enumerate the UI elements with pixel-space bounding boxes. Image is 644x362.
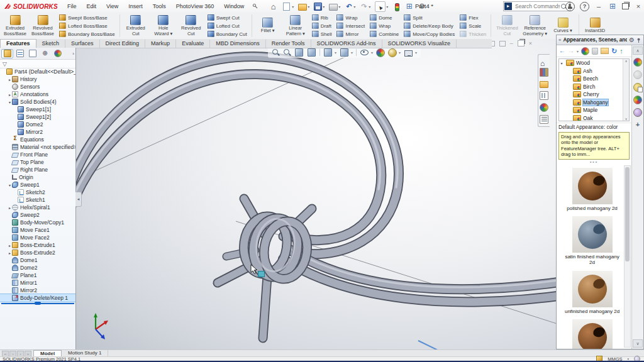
tree-item-move-face2[interactable]: Move Face2 (0, 234, 75, 241)
tree-item-sweep1[interactable]: ▾Sweep1 (0, 181, 75, 189)
search-input[interactable] (514, 3, 561, 10)
ribbon-lofted-boss-base[interactable]: Lofted Boss/Base (58, 22, 116, 30)
panel-collapse-handle[interactable]: ◂ (75, 192, 82, 207)
viewport-close-icon[interactable]: × (529, 40, 532, 47)
tree-item-origin[interactable]: Origin (0, 173, 75, 181)
home-button[interactable] (268, 2, 279, 11)
ribbon-reference-geometry[interactable]: ReferenceGeometry ▾ (521, 14, 549, 38)
tab-direct-editing[interactable]: Direct Editing (100, 40, 146, 48)
ribbon-delete-keep-body[interactable]: Delete/Keep Body (402, 22, 456, 30)
tab-solidworks-add-ins[interactable]: SOLIDWORKS Add-Ins (311, 40, 382, 48)
tree-item-mirror2[interactable]: Mirror2 (0, 128, 75, 136)
ribbon-hole-wizard[interactable]: HoleWizard ▾ (150, 14, 177, 38)
ribbon-flex[interactable]: Flex (458, 14, 487, 21)
wood-item-oak[interactable]: Oak (559, 114, 629, 122)
wood-item-maple[interactable]: Maple (559, 106, 629, 114)
menu-view[interactable]: View (102, 1, 123, 11)
tree-item-material-not-specified-[interactable]: Material <not specified> (0, 143, 75, 151)
tab-property-manager[interactable] (14, 49, 26, 58)
menu-edit[interactable]: Edit (82, 1, 101, 11)
task-pane-tab-design-library[interactable] (540, 68, 548, 77)
tree-item-history[interactable]: ▸History (0, 75, 75, 83)
tree-item-boss-extrude2[interactable]: ▸Boss-Extrude2 (0, 249, 75, 256)
rollback-bar[interactable] (1, 303, 74, 304)
refresh-icon[interactable]: ↻ (611, 47, 617, 55)
zoom-area-icon[interactable] (283, 48, 291, 57)
tree-item-solid-bodies-4-[interactable]: ▾Solid Bodies(4) (0, 98, 75, 106)
ribbon-instant3d[interactable]: Instant3D (581, 16, 609, 35)
ribbon-shell[interactable]: Shell (311, 30, 333, 38)
dropdown-caret-icon[interactable]: ▾ (308, 4, 309, 9)
grid-button[interactable] (404, 2, 414, 11)
strip-scroll-up-icon[interactable]: ∧ (633, 47, 643, 55)
tab-scroll-last-icon[interactable]: ›› (25, 351, 31, 357)
ribbon-fillet[interactable]: Fillet ▾ (254, 16, 282, 35)
menu-window[interactable]: Window (219, 1, 248, 11)
tree-item-sweep1-2-[interactable]: Sweep1[2] (0, 113, 75, 121)
menu-file[interactable]: File (63, 1, 81, 11)
ribbon-swept-boss-base[interactable]: Swept Boss/Base (58, 14, 116, 21)
tab-dimxpert-manager[interactable]: ⊕ (39, 49, 51, 58)
open-folder-icon[interactable] (601, 48, 609, 54)
dropdown-caret-icon[interactable]: ▾ (415, 50, 417, 55)
tree-item-mirror1[interactable]: Mirror1 (0, 279, 75, 287)
previous-view-icon[interactable] (295, 48, 303, 57)
tree-scrollbar[interactable]: ∧∨ (623, 59, 629, 121)
task-pane-tab-view-palette[interactable] (540, 91, 548, 100)
up-level-icon[interactable]: ↑ (619, 47, 623, 55)
appearance-thumb-unfinished-mahogany-2d[interactable]: unfinished mahogany 2d (564, 271, 621, 314)
wood-root-item[interactable]: ▾Wood (559, 59, 629, 67)
ribbon-revolved-cut[interactable]: RevolvedCut (177, 14, 205, 38)
view-settings-icon[interactable] (404, 50, 413, 57)
close-button[interactable]: × (634, 3, 643, 10)
tree-item-body-move-copy1[interactable]: Body-Move/Copy1 (0, 219, 75, 226)
tab-markup[interactable]: Markup (145, 40, 176, 48)
task-pane-tab-appearances[interactable] (540, 103, 548, 112)
ribbon-lofted-cut[interactable]: Lofted Cut (206, 22, 248, 30)
appearance-thumb-satin-finished-mahogany-2d[interactable]: satin finished mahogany 2d (564, 216, 621, 265)
tab-scroll-prev-icon[interactable]: ‹ (9, 351, 16, 357)
tab-display-manager[interactable] (52, 49, 64, 58)
display-style-icon[interactable] (340, 48, 348, 57)
ribbon-extruded-cut[interactable]: ExtrudedCut (122, 14, 150, 38)
ribbon-intersect[interactable]: Intersect (335, 22, 366, 30)
help-icon[interactable]: ? (580, 2, 589, 11)
dropdown-caret-icon[interactable]: ▾ (386, 4, 388, 9)
tree-expand-icon[interactable]: ▸ (8, 206, 12, 210)
tab-configuration-manager[interactable] (26, 49, 38, 58)
viewport-next-icon[interactable] (499, 41, 506, 47)
ribbon-scale[interactable]: Scale (458, 22, 487, 30)
tree-expand-icon[interactable]: ▸ (8, 92, 12, 97)
more-tabs-icon[interactable]: › (72, 51, 74, 57)
thumbnails-scrollbar[interactable] (624, 165, 631, 348)
feature-tree-filter[interactable]: ▽ (0, 60, 75, 69)
ribbon-boundary-cut[interactable]: Boundary Cut (206, 30, 248, 38)
restore-button[interactable] (622, 3, 629, 9)
tab-evaluate[interactable]: Evaluate (176, 40, 210, 48)
tree-item-helix-spiral1[interactable]: ▸Helix/Spiral1 (0, 204, 75, 211)
strip-scroll-down-icon[interactable]: ∨ (633, 339, 643, 348)
tree-item-mirror2[interactable]: Mirror2 (0, 287, 75, 294)
ribbon-wrap[interactable]: Wrap (369, 22, 400, 30)
wood-item-mahogany[interactable]: Mahogany (559, 99, 629, 107)
ribbon-move-copy-bodies[interactable]: Move/Copy Bodies (402, 30, 456, 38)
menu-tools[interactable]: Tools (148, 1, 170, 11)
tree-expand-icon[interactable]: ▸ (8, 251, 12, 255)
open-button[interactable]: ▾ (297, 1, 311, 11)
appearance-thumb-polished-mahogany-endgrain[interactable]: polished mahogany endgrain (564, 319, 621, 349)
tree-expand-icon[interactable]: ▸ (8, 243, 12, 248)
dropdown-caret-icon[interactable]: ▾ (351, 50, 353, 55)
menu-insert[interactable]: Insert (124, 1, 147, 11)
user-account-icon[interactable] (565, 2, 575, 11)
save-button[interactable]: ▾ (313, 2, 326, 11)
section-view-icon[interactable] (308, 48, 316, 57)
tree-item-sweep1-1-[interactable]: Sweep1[1] (0, 106, 75, 113)
tree-item-front-plane[interactable]: Front Plane (0, 151, 75, 158)
collapse-panel-icon[interactable]: « (558, 37, 561, 43)
copy-appearance-icon[interactable] (633, 83, 642, 92)
tab-solidworks-visualize[interactable]: SOLIDWORKS Visualize (382, 40, 457, 48)
tab-scroll-next-icon[interactable]: › (17, 351, 24, 357)
dropdown-caret-icon[interactable]: ▾ (335, 50, 336, 55)
dropdown-caret-icon[interactable]: ▾ (292, 4, 294, 9)
scenes-icon[interactable] (633, 70, 642, 79)
